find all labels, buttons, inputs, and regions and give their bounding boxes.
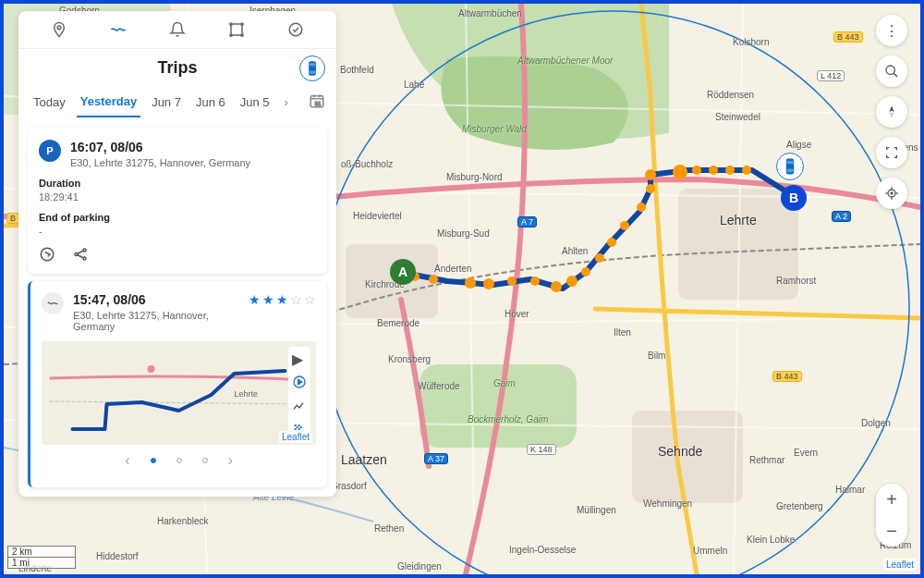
place-hover: Höver bbox=[505, 309, 529, 319]
place-roddensen: Röddensen bbox=[707, 90, 754, 100]
svg-rect-29 bbox=[787, 169, 794, 173]
drive-badge-icon bbox=[42, 292, 64, 314]
place-bockmerholz: Bockmerholz, Gaim bbox=[468, 414, 548, 424]
status-tab-icon[interactable] bbox=[285, 18, 307, 41]
svg-point-13 bbox=[551, 281, 562, 292]
place-bemerode: Bemerode bbox=[377, 318, 419, 328]
share-icon[interactable] bbox=[72, 246, 89, 263]
duration-label: Duration bbox=[39, 178, 316, 189]
map-scale: 2 km1 mi bbox=[7, 546, 76, 569]
trip-rating[interactable]: ★★★☆☆ bbox=[249, 292, 316, 332]
parking-badge-icon: P bbox=[39, 140, 61, 162]
panel-top-tabs bbox=[18, 11, 336, 49]
road-a7: A 7 bbox=[517, 216, 537, 228]
svg-point-36 bbox=[289, 23, 302, 36]
place-lahe: Lahe bbox=[404, 80, 424, 90]
svg-rect-50 bbox=[295, 424, 297, 426]
date-tab-today[interactable]: Today bbox=[30, 88, 69, 117]
date-tabs: Today Yesterday Jun 7 Jun 6 Jun 5 › 31 bbox=[18, 87, 336, 121]
place-steinwedel: Steinwedel bbox=[715, 112, 760, 122]
circle-play-icon[interactable] bbox=[292, 375, 307, 389]
road-l412: L 412 bbox=[817, 70, 845, 81]
place-kolshorn: Kolshorn bbox=[733, 37, 769, 47]
place-grossbuchholz: oß-Buchholz bbox=[341, 159, 393, 169]
marker-b[interactable]: B bbox=[781, 185, 807, 211]
place-harkenbleck: Harkenbleck bbox=[157, 516, 209, 526]
place-misburgerwald: Misburger Wald bbox=[462, 124, 527, 134]
svg-point-25 bbox=[725, 166, 735, 175]
road-k148: K 148 bbox=[527, 444, 556, 455]
map-attribution[interactable]: Leaflet bbox=[883, 559, 917, 571]
place-ilten: Ilten bbox=[614, 327, 631, 338]
place-laatzen: Laatzen bbox=[341, 452, 387, 467]
svg-point-26 bbox=[742, 166, 751, 175]
pager-dot[interactable] bbox=[202, 458, 208, 463]
place-haimar: Haimar bbox=[835, 485, 865, 495]
svg-rect-55 bbox=[298, 428, 300, 430]
svg-point-43 bbox=[75, 253, 78, 256]
play-icon[interactable]: ▶ bbox=[292, 350, 307, 365]
date-tab-yesterday[interactable]: Yesterday bbox=[77, 87, 140, 117]
panel-header: Trips bbox=[18, 49, 336, 87]
zoom-out-button[interactable]: − bbox=[876, 515, 907, 547]
place-gleidingen: Gleidingen bbox=[397, 561, 442, 572]
date-tab-jun6[interactable]: Jun 6 bbox=[192, 88, 229, 117]
date-next-icon[interactable]: › bbox=[281, 92, 292, 113]
pager-dot[interactable] bbox=[176, 458, 182, 463]
place-dolgen: Dolgen bbox=[861, 418, 891, 428]
vehicle-selector[interactable] bbox=[299, 55, 325, 81]
svg-point-33 bbox=[241, 23, 243, 25]
trip-card-parking[interactable]: P 16:07, 08/06 E30, Lehrte 31275, Hannov… bbox=[28, 129, 327, 274]
vehicle-marker[interactable] bbox=[776, 153, 804, 180]
road-a2: A 2 bbox=[832, 211, 851, 222]
svg-point-45 bbox=[83, 257, 86, 260]
road-b443-1: B 443 bbox=[833, 31, 863, 43]
svg-point-48 bbox=[148, 365, 155, 373]
date-tab-jun5[interactable]: Jun 5 bbox=[237, 88, 274, 117]
pager-prev-icon[interactable]: ‹ bbox=[125, 452, 129, 469]
location-tab-icon[interactable] bbox=[48, 18, 70, 41]
svg-point-17 bbox=[607, 238, 616, 247]
date-tab-jun7[interactable]: Jun 7 bbox=[148, 88, 185, 117]
endpark-value: - bbox=[39, 226, 316, 237]
svg-point-19 bbox=[637, 203, 646, 212]
place-gretenberg: Gretenberg bbox=[776, 501, 823, 511]
endpark-label: End of parking bbox=[39, 212, 316, 223]
trip-pager: ‹ › bbox=[42, 445, 316, 476]
compass-icon[interactable] bbox=[876, 96, 907, 128]
place-mullingen: Müllingen bbox=[577, 505, 616, 515]
marker-a[interactable]: A bbox=[390, 259, 416, 285]
svg-point-9 bbox=[465, 277, 476, 289]
analytics-icon[interactable] bbox=[292, 399, 307, 413]
trips-tab-icon[interactable] bbox=[107, 18, 129, 41]
svg-point-30 bbox=[57, 26, 61, 30]
alerts-tab-icon[interactable] bbox=[166, 18, 188, 41]
fullscreen-icon[interactable] bbox=[876, 137, 907, 168]
pager-dot[interactable] bbox=[151, 458, 156, 463]
calendar-icon[interactable]: 31 bbox=[309, 92, 325, 112]
trip-time-2: 15:47, 08/06 bbox=[73, 292, 239, 307]
svg-point-56 bbox=[886, 66, 894, 74]
svg-rect-39 bbox=[310, 70, 315, 73]
locate-icon[interactable] bbox=[876, 178, 907, 209]
goto-icon[interactable] bbox=[39, 246, 55, 263]
search-icon[interactable] bbox=[876, 55, 907, 87]
place-kronsberg: Kronsberg bbox=[388, 354, 431, 364]
svg-rect-52 bbox=[297, 426, 298, 428]
zoom-in-button[interactable]: + bbox=[876, 484, 907, 515]
geofence-tab-icon[interactable] bbox=[225, 18, 248, 41]
place-misburgsud: Misburg-Sud bbox=[437, 228, 490, 239]
place-wulferode: Wülferode bbox=[418, 381, 460, 391]
trip-mini-map[interactable]: Lehrte ▶ Leaflet bbox=[42, 341, 316, 445]
svg-point-44 bbox=[83, 249, 86, 252]
svg-text:31: 31 bbox=[315, 101, 322, 106]
place-anderten: Anderten bbox=[434, 264, 472, 274]
mini-attribution[interactable]: Leaflet bbox=[279, 431, 312, 443]
trip-card-drive[interactable]: 15:47, 08/06 E30, Lehrte 31275, Hannover… bbox=[28, 281, 327, 487]
svg-point-35 bbox=[241, 34, 243, 36]
trips-panel: Trips Today Yesterday Jun 7 Jun 6 Jun 5 … bbox=[18, 11, 336, 497]
place-sehnde: Sehnde bbox=[658, 444, 702, 459]
pager-next-icon[interactable]: › bbox=[228, 452, 233, 469]
more-icon[interactable]: ⋮ bbox=[876, 15, 907, 46]
map-controls: ⋮ bbox=[876, 15, 907, 209]
